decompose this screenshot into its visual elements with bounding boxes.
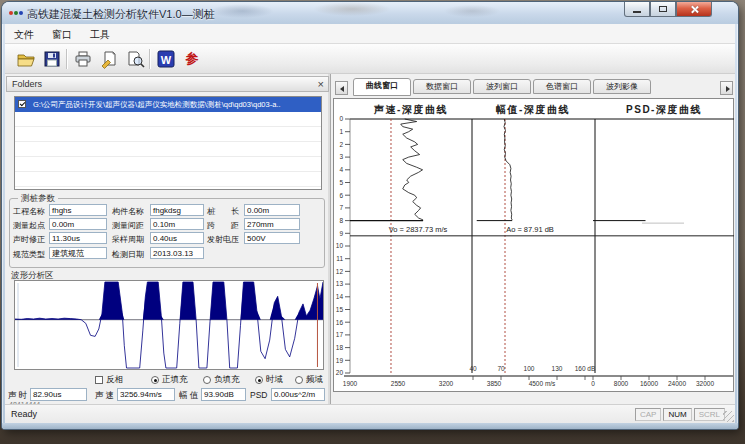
- waveform-plot: [15, 281, 323, 369]
- velocity-axis-label: 3850: [487, 380, 502, 387]
- arrow-left-icon: [340, 86, 344, 92]
- save-button[interactable]: [40, 47, 64, 71]
- toolbar-separator: [66, 49, 67, 69]
- depth-tick-label: 14: [336, 293, 344, 300]
- export-report-button[interactable]: [97, 47, 121, 71]
- radio-icon: [151, 376, 159, 384]
- depth-tick-label: 20: [336, 369, 344, 376]
- status-bar: Ready CAPNUMSCRL: [5, 404, 735, 423]
- readout-field-0[interactable]: 82.90us: [30, 388, 87, 401]
- param-label: 构件名称: [112, 206, 144, 217]
- word-export-button[interactable]: W: [154, 47, 178, 71]
- control-label: 正填充: [162, 374, 188, 386]
- tab-scroll-left-button[interactable]: [335, 81, 348, 95]
- depth-tick-label: 13: [336, 280, 344, 287]
- param-field[interactable]: 0.40us: [150, 232, 204, 244]
- maximize-icon: [659, 6, 667, 12]
- radio-selected[interactable]: 正填充: [151, 374, 188, 386]
- tab-scroll-right-button[interactable]: [720, 81, 733, 95]
- chart-title: PSD-深度曲线: [626, 104, 702, 115]
- param-field[interactable]: fhgkdsg: [150, 204, 204, 216]
- radio-selected[interactable]: 时域: [255, 374, 283, 386]
- word-icon: W: [156, 49, 176, 69]
- readout-label-1: 声 速: [95, 390, 114, 402]
- readout-field-1[interactable]: 3256.94m/s: [117, 388, 175, 401]
- velocity-annotation: Vo = 2837.73 m/s: [389, 225, 448, 234]
- depth-tick-label: 1: [339, 128, 343, 135]
- param-field[interactable]: 500V: [244, 232, 300, 244]
- readout-field-3[interactable]: 0.00us^2/m: [271, 388, 325, 401]
- resize-grip-icon[interactable]: [723, 411, 734, 422]
- tab-色谱窗口[interactable]: 色谱窗口: [533, 79, 591, 94]
- amplitude-axis-label: 70: [497, 365, 505, 372]
- param-label: 声时修正: [13, 234, 45, 245]
- menu-item-1[interactable]: 窗口: [43, 25, 81, 45]
- minimize-icon: [633, 11, 641, 13]
- param-label: 跨 距: [207, 220, 239, 231]
- toolbar-separator: [149, 49, 150, 69]
- depth-tick-label: 2: [339, 141, 343, 148]
- open-file-button[interactable]: [14, 47, 38, 71]
- param-field[interactable]: 270mm: [244, 218, 300, 230]
- param-field[interactable]: 0.00m: [49, 218, 107, 230]
- checkbox-icon: [95, 376, 103, 384]
- folders-list[interactable]: G:\公司产品设计开发\超声仪器\超声仪实地检测数据\测桩\qd\qd03\qd…: [14, 96, 322, 190]
- tab-数据窗口[interactable]: 数据窗口: [413, 79, 471, 94]
- left-panel: Folders × G:\公司产品设计开发\超声仪器\超声仪实地检测数据\测桩\…: [5, 74, 331, 404]
- waveform-box[interactable]: [14, 280, 324, 370]
- amplitude-axis-label: 130: [552, 365, 563, 372]
- param-label: 检测日期: [112, 249, 144, 260]
- tab-波列窗口[interactable]: 波列窗口: [473, 79, 531, 94]
- chart-area[interactable]: 声速-深度曲线幅值-深度曲线PSD-深度曲线012345678910111213…: [333, 98, 734, 392]
- window-title: 高铁建混凝土检测分析软件V1.0—测桩: [27, 7, 215, 22]
- readout-label-2: 幅 值: [179, 390, 198, 402]
- folders-close-icon[interactable]: ×: [318, 78, 324, 90]
- param-label: 测量间距: [112, 220, 144, 231]
- radio-option[interactable]: 负填充: [203, 374, 240, 386]
- param-field[interactable]: 11.30us: [49, 232, 107, 244]
- print-button[interactable]: [71, 47, 95, 71]
- minimize-button[interactable]: [624, 2, 650, 17]
- folder-list-item[interactable]: G:\公司产品设计开发\超声仪器\超声仪实地检测数据\测桩\qd\qd03\qd…: [15, 97, 321, 112]
- parameters-button[interactable]: 参: [180, 47, 204, 71]
- radio-icon: [203, 376, 211, 384]
- menu-item-0[interactable]: 文件: [5, 25, 43, 45]
- psd-axis-label: 24000: [668, 380, 686, 387]
- menu-item-2[interactable]: 工具: [81, 25, 119, 45]
- title-bar[interactable]: 高铁建混凝土检测分析软件V1.0—测桩: [2, 2, 738, 24]
- status-indicators: CAPNUMSCRL: [635, 408, 725, 421]
- maximize-button[interactable]: [650, 2, 676, 17]
- param-field[interactable]: 2013.03.13: [150, 247, 204, 259]
- folder-path-label: G:\公司产品设计开发\超声仪器\超声仪实地检测数据\测桩\qd\qd03\qd…: [33, 100, 281, 109]
- print-preview-button[interactable]: [123, 47, 147, 71]
- control-label: 时域: [266, 374, 283, 386]
- param-label: 规范类型: [13, 249, 45, 260]
- arrow-right-icon: [726, 86, 730, 92]
- radio-option[interactable]: 频域: [295, 374, 323, 386]
- depth-tick-label: 15: [336, 306, 344, 313]
- depth-tick-label: 12: [336, 268, 344, 275]
- control-label: 负填充: [214, 374, 240, 386]
- folder-checkbox[interactable]: [18, 100, 26, 108]
- param-field[interactable]: fhghs: [49, 204, 107, 216]
- velocity-axis-label: 1900: [343, 380, 358, 387]
- close-button[interactable]: [676, 2, 712, 17]
- tab-波列影像[interactable]: 波列影像: [593, 79, 651, 94]
- app-window: 高铁建混凝土检测分析软件V1.0—测桩 文件窗口工具: [2, 2, 738, 429]
- param-label: 采样周期: [112, 234, 144, 245]
- status-cell-scrl: SCRL: [694, 408, 725, 421]
- param-field[interactable]: 0.00m: [244, 204, 300, 216]
- tab-曲线窗口[interactable]: 曲线窗口: [353, 78, 411, 96]
- param-field[interactable]: 0.10m: [150, 218, 204, 230]
- param-field[interactable]: 建筑规范: [49, 247, 107, 259]
- status-cell-num: NUM: [663, 408, 691, 421]
- readout-field-2[interactable]: 93.90dB: [201, 388, 246, 401]
- window-controls: [624, 2, 712, 17]
- check-option[interactable]: 反相: [95, 374, 123, 386]
- print-preview-icon: [125, 49, 145, 69]
- export-report-icon: [99, 49, 119, 69]
- tab-bar: 曲线窗口数据窗口波列窗口色谱窗口波列影像: [332, 78, 735, 96]
- chart-title: 声速-深度曲线: [373, 104, 448, 115]
- depth-tick-label: 6: [339, 192, 343, 199]
- pile-params-groupbox: 测桩参数 工程名称fhghs构件名称fhgkdsg桩 长0.00m测量起点0.0…: [9, 198, 325, 268]
